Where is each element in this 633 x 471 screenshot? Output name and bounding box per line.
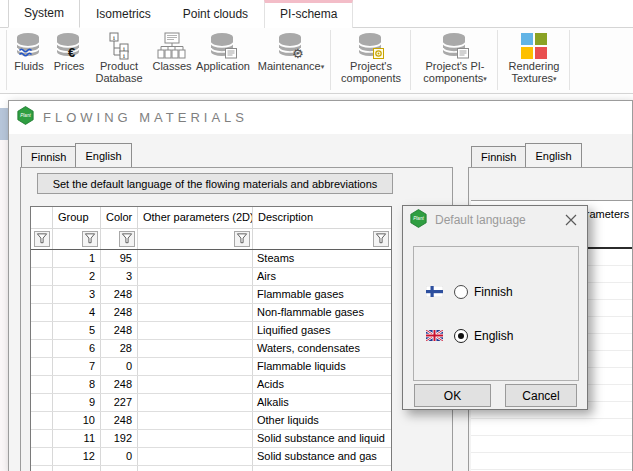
filter-button[interactable] — [373, 231, 389, 247]
description-cell[interactable]: Airs — [253, 268, 391, 285]
ribbon-button-product-database[interactable]: iiiProduct Database — [88, 28, 150, 92]
ribbon-button-fluids[interactable]: Fluids — [8, 28, 50, 92]
other-parameters-cell[interactable] — [138, 466, 253, 471]
description-cell[interactable]: Flammable gases — [253, 286, 391, 303]
color-cell[interactable]: 248 — [101, 286, 138, 303]
color-cell[interactable]: 192 — [101, 430, 138, 447]
group-cell[interactable]: 3 — [53, 286, 101, 303]
other-parameters-cell[interactable] — [138, 412, 253, 429]
ribbon-button-application[interactable]: Application — [194, 28, 252, 92]
radio-english[interactable] — [454, 329, 468, 343]
group-cell[interactable]: 10 — [53, 412, 101, 429]
other-parameters-cell[interactable] — [138, 394, 253, 411]
group-cell[interactable]: 11 — [53, 430, 101, 447]
right-language-tab-finnish[interactable]: Finnish — [471, 146, 526, 167]
row-selector-cell[interactable] — [31, 448, 53, 465]
row-selector-cell[interactable] — [31, 412, 53, 429]
row-selector-cell[interactable] — [31, 250, 53, 267]
description-cell[interactable]: Waters, condensates — [253, 340, 391, 357]
other-parameters-cell[interactable] — [138, 286, 253, 303]
table-row[interactable]: 5248Liquified gases — [31, 322, 391, 340]
group-cell[interactable]: 8 — [53, 376, 101, 393]
ribbon-button-project-s-pi-components[interactable]: Project's PI-components ▾ — [413, 28, 497, 92]
table-row[interactable]: 9227Alkalis — [31, 394, 391, 412]
right-language-tab-english[interactable]: English — [525, 143, 581, 167]
table-row[interactable]: 10248Other liquids — [31, 412, 391, 430]
row-selector-cell[interactable] — [31, 394, 53, 411]
color-cell[interactable]: 227 — [101, 394, 138, 411]
description-cell[interactable]: Acids — [253, 376, 391, 393]
table-row[interactable]: 628Waters, condensates — [31, 340, 391, 358]
other-parameters-cell[interactable] — [138, 322, 253, 339]
group-cell[interactable] — [53, 466, 101, 471]
left-language-tab-english[interactable]: English — [75, 143, 131, 167]
description-cell[interactable] — [253, 466, 391, 471]
language-option-finnish[interactable]: Finnish — [426, 283, 513, 300]
other-parameters-cell[interactable] — [138, 448, 253, 465]
ribbon-button-prices[interactable]: €Prices — [50, 28, 88, 92]
description-cell[interactable]: Liquified gases — [253, 322, 391, 339]
description-cell[interactable]: Other liquids — [253, 412, 391, 429]
group-cell[interactable]: 1 — [53, 250, 101, 267]
row-selector-cell[interactable] — [31, 376, 53, 393]
ribbon-tab-pi-schema[interactable]: PI-schema — [264, 0, 353, 28]
table-row[interactable]: 120Solid substance and gas — [31, 448, 391, 466]
row-selector-cell[interactable] — [31, 466, 53, 471]
color-cell[interactable]: 248 — [101, 304, 138, 321]
group-cell[interactable]: 5 — [53, 322, 101, 339]
left-language-tab-finnish[interactable]: Finnish — [21, 146, 76, 167]
table-row[interactable]: 195Steams — [31, 250, 391, 268]
description-cell[interactable]: Solid substance and gas — [253, 448, 391, 465]
color-cell[interactable] — [101, 466, 138, 471]
color-cell[interactable]: 95 — [101, 250, 138, 267]
radio-finnish[interactable] — [454, 285, 468, 299]
ribbon-button-rendering-textures[interactable]: Rendering Textures ▾ — [500, 28, 568, 92]
other-parameters-cell[interactable] — [138, 358, 253, 375]
other-parameters-cell[interactable] — [138, 250, 253, 267]
table-row[interactable]: 3248Flammable gases — [31, 286, 391, 304]
table-row[interactable] — [31, 466, 391, 471]
group-cell[interactable]: 2 — [53, 268, 101, 285]
set-default-language-button[interactable]: Set the default language of the flowing … — [37, 173, 393, 194]
ribbon-button-maintenance[interactable]: ⚙Maintenance ▾ — [252, 28, 330, 92]
color-cell[interactable]: 248 — [101, 322, 138, 339]
other-parameters-cell[interactable] — [138, 376, 253, 393]
color-cell[interactable]: 28 — [101, 340, 138, 357]
close-icon[interactable] — [562, 211, 580, 229]
row-selector-cell[interactable] — [31, 430, 53, 447]
table-row[interactable]: 11192Solid substance and liquid — [31, 430, 391, 448]
group-cell[interactable]: 9 — [53, 394, 101, 411]
description-cell[interactable]: Non-flammable gases — [253, 304, 391, 321]
group-cell[interactable]: 7 — [53, 358, 101, 375]
table-row[interactable]: 23Airs — [31, 268, 391, 286]
filter-button[interactable] — [82, 231, 98, 247]
language-option-english[interactable]: English — [426, 327, 513, 344]
other-parameters-cell[interactable] — [138, 430, 253, 447]
description-cell[interactable]: Alkalis — [253, 394, 391, 411]
color-cell[interactable]: 0 — [101, 358, 138, 375]
other-parameters-cell[interactable] — [138, 304, 253, 321]
color-cell[interactable]: 0 — [101, 448, 138, 465]
group-cell[interactable]: 4 — [53, 304, 101, 321]
table-row[interactable]: 70Flammable liquids — [31, 358, 391, 376]
ribbon-tab-system[interactable]: System — [8, 0, 80, 28]
row-selector-cell[interactable] — [31, 358, 53, 375]
ribbon-button-classes[interactable]: Classes — [150, 28, 194, 92]
ribbon-tab-point-clouds[interactable]: Point clouds — [167, 0, 264, 28]
description-cell[interactable]: Steams — [253, 250, 391, 267]
cancel-button[interactable]: Cancel — [505, 384, 577, 407]
other-parameters-cell[interactable] — [138, 268, 253, 285]
row-selector-cell[interactable] — [31, 268, 53, 285]
ribbon-tab-isometrics[interactable]: Isometrics — [80, 0, 167, 28]
table-row[interactable]: 8248Acids — [31, 376, 391, 394]
color-cell[interactable]: 248 — [101, 412, 138, 429]
color-cell[interactable]: 248 — [101, 376, 138, 393]
ok-button[interactable]: OK — [414, 384, 491, 407]
other-parameters-cell[interactable] — [138, 340, 253, 357]
filter-button[interactable] — [234, 231, 250, 247]
description-cell[interactable]: Solid substance and liquid — [253, 430, 391, 447]
color-cell[interactable]: 3 — [101, 268, 138, 285]
description-cell[interactable]: Flammable liquids — [253, 358, 391, 375]
ribbon-button-project-s-components[interactable]: Project's components — [333, 28, 409, 92]
table-row[interactable]: 4248Non-flammable gases — [31, 304, 391, 322]
